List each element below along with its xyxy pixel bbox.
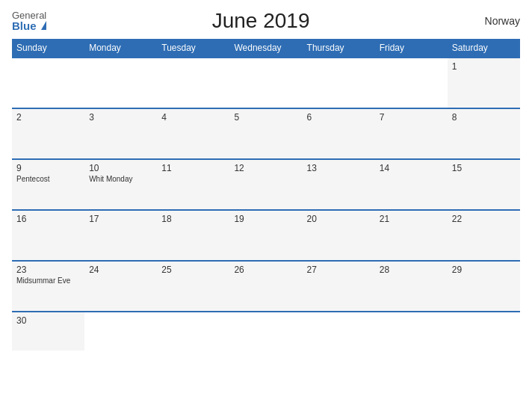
logo: General Blue (12, 10, 46, 31)
day-number: 5 (234, 112, 297, 123)
calendar-cell: 9Pentecost (12, 159, 84, 210)
day-number: 9 (16, 163, 80, 173)
week-row-3: 16171819202122 (12, 210, 520, 261)
calendar-cell: 24 (84, 261, 157, 312)
calendar-cell: 8 (448, 108, 520, 159)
day-number: 16 (16, 214, 80, 224)
calendar-cell (448, 312, 520, 350)
day-number: 30 (16, 315, 80, 326)
header-friday: Friday (375, 39, 448, 58)
calendar-cell (229, 312, 302, 350)
calendar-cell: 18 (157, 210, 229, 261)
day-number: 14 (380, 163, 443, 173)
day-number: 15 (452, 163, 516, 173)
calendar-cell: 14 (375, 159, 448, 210)
header-wednesday: Wednesday (229, 39, 302, 58)
country-label: Norway (475, 15, 520, 27)
calendar-cell: 3 (84, 108, 157, 159)
calendar-cell (303, 312, 375, 350)
day-number: 26 (234, 265, 297, 275)
calendar-cell: 28 (375, 261, 448, 312)
calendar-cell: 1 (448, 58, 520, 108)
holiday-label: Pentecost (16, 175, 80, 183)
calendar-cell (229, 58, 302, 108)
day-number: 27 (307, 265, 371, 275)
calendar-cell: 29 (448, 261, 520, 312)
calendar-cell: 13 (303, 159, 375, 210)
header: General Blue June 2019 Norway (12, 9, 520, 33)
day-number: 4 (161, 112, 225, 123)
calendar-cell: 25 (157, 261, 229, 312)
day-number: 20 (307, 214, 371, 224)
day-number: 24 (89, 265, 152, 275)
calendar-cell: 23Midsummar Eve (12, 261, 84, 312)
calendar-cell: 19 (229, 210, 302, 261)
header-tuesday: Tuesday (157, 39, 229, 58)
week-row-0: 1 (12, 58, 520, 108)
day-number: 13 (307, 163, 371, 173)
day-number: 11 (161, 163, 225, 173)
holiday-label: Midsummar Eve (16, 276, 80, 285)
calendar-cell: 12 (229, 159, 302, 210)
calendar-cell: 17 (84, 210, 157, 261)
header-monday: Monday (84, 39, 157, 58)
calendar-cell: 11 (157, 159, 229, 210)
week-row-2: 9Pentecost10Whit Monday1112131415 (12, 159, 520, 210)
header-saturday: Saturday (448, 39, 520, 58)
calendar-cell: 6 (303, 108, 375, 159)
weekday-header-row: Sunday Monday Tuesday Wednesday Thursday… (12, 39, 520, 58)
day-number: 21 (380, 214, 443, 224)
calendar-cell (157, 58, 229, 108)
calendar-cell (375, 58, 448, 108)
day-number: 23 (16, 265, 80, 275)
day-number: 18 (161, 214, 225, 224)
logo-triangle-icon (41, 21, 46, 30)
calendar-title: June 2019 (46, 9, 475, 33)
logo-blue-text: Blue (12, 20, 46, 31)
calendar-cell (12, 58, 84, 108)
day-number: 12 (234, 163, 297, 173)
day-number: 7 (380, 112, 443, 123)
day-number: 28 (380, 265, 443, 275)
calendar-cell: 22 (448, 210, 520, 261)
calendar-cell: 7 (375, 108, 448, 159)
calendar-cell (303, 58, 375, 108)
calendar-cell: 26 (229, 261, 302, 312)
week-row-1: 2345678 (12, 108, 520, 159)
calendar-cell: 27 (303, 261, 375, 312)
day-number: 1 (452, 61, 516, 72)
day-number: 25 (161, 265, 225, 275)
calendar-cell (375, 312, 448, 350)
day-number: 3 (89, 112, 152, 123)
day-number: 6 (307, 112, 371, 123)
week-row-5: 30 (12, 312, 520, 350)
calendar-cell: 21 (375, 210, 448, 261)
calendar-table: Sunday Monday Tuesday Wednesday Thursday… (12, 39, 520, 350)
day-number: 19 (234, 214, 297, 224)
calendar-cell (157, 312, 229, 350)
week-row-4: 23Midsummar Eve242526272829 (12, 261, 520, 312)
calendar-cell: 30 (12, 312, 84, 350)
day-number: 10 (89, 163, 152, 173)
calendar-page: General Blue June 2019 Norway Sunday Mon… (0, 0, 532, 411)
calendar-cell (84, 58, 157, 108)
day-number: 22 (452, 214, 516, 224)
header-sunday: Sunday (12, 39, 84, 58)
calendar-cell: 5 (229, 108, 302, 159)
calendar-cell: 16 (12, 210, 84, 261)
day-number: 8 (452, 112, 516, 123)
calendar-cell: 20 (303, 210, 375, 261)
day-number: 29 (452, 265, 516, 275)
calendar-cell (84, 312, 157, 350)
calendar-cell: 15 (448, 159, 520, 210)
calendar-cell: 10Whit Monday (84, 159, 157, 210)
holiday-label: Whit Monday (89, 175, 152, 183)
day-number: 17 (89, 214, 152, 224)
calendar-cell: 4 (157, 108, 229, 159)
header-thursday: Thursday (303, 39, 375, 58)
day-number: 2 (16, 112, 80, 123)
calendar-cell: 2 (12, 108, 84, 159)
